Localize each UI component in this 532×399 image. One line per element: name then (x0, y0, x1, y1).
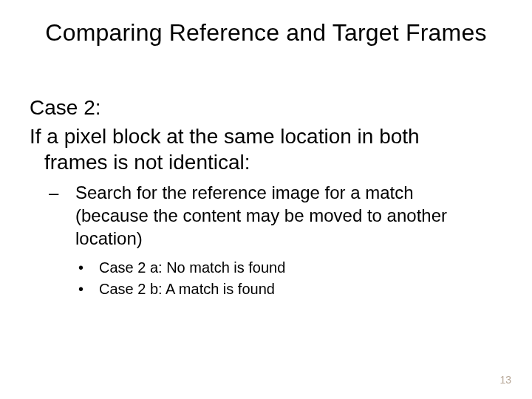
case-2b-text: Case 2 b: A match is found (99, 281, 275, 297)
bullet-icon: • (89, 258, 99, 278)
page-number: 13 (499, 374, 511, 386)
bullet-icon: • (89, 279, 99, 299)
case-description: If a pixel block at the same location in… (30, 123, 497, 175)
case-label: Case 2: (30, 95, 497, 120)
sub1-line2: (because the content may be moved to ano… (75, 205, 447, 225)
slide-body: Case 2: If a pixel block at the same loc… (30, 95, 497, 299)
dash-icon: – (62, 181, 75, 204)
case-2a: •Case 2 a: No match is found (30, 258, 497, 278)
slide: Comparing Reference and Target Frames Ca… (0, 0, 532, 399)
slide-title: Comparing Reference and Target Frames (0, 19, 532, 47)
case-desc-line1: If a pixel block at the same location in… (30, 125, 420, 148)
sub1-line1: Search for the reference image for a mat… (75, 183, 414, 202)
subpoint-search: –Search for the reference image for a ma… (30, 181, 497, 250)
case-desc-line2: frames is not identical: (30, 151, 250, 174)
case-2b: •Case 2 b: A match is found (30, 279, 497, 299)
sub1-line3: location) (75, 228, 143, 248)
case-2a-text: Case 2 a: No match is found (99, 259, 285, 276)
